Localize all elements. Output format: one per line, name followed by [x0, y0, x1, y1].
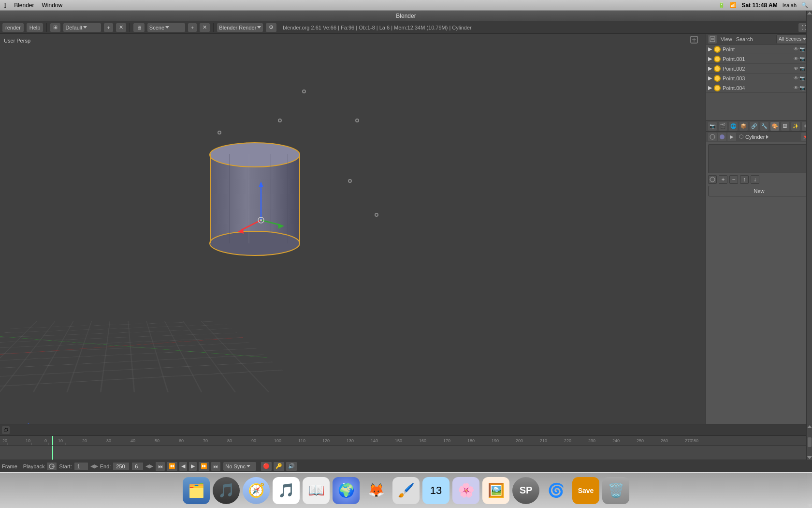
outliner-item-point004[interactable]: ▶ Point.004 👁 📷 ◻ [706, 83, 812, 93]
camera-icon-1[interactable]: 📷 [799, 46, 805, 52]
current-frame-input[interactable]: 6 [131, 462, 144, 471]
layout-dropdown[interactable]: Default [63, 23, 102, 32]
outliner-item-point002[interactable]: ▶ Point.002 👁 📷 ◻ [706, 64, 812, 74]
props-render-icon[interactable]: 📷 [708, 122, 717, 131]
render-engine-dropdown[interactable]: Blender Render [217, 23, 263, 32]
props-material-icon[interactable]: 🎨 [770, 122, 779, 131]
frame-next-btn[interactable]: ▶ [149, 463, 153, 469]
props-sub-icon-2[interactable] [718, 133, 726, 141]
outliner-item-point003[interactable]: ▶ Point.003 👁 📷 ◻ [706, 74, 812, 83]
dock-finder[interactable]: 🗂️ [183, 477, 210, 504]
timeline-scroll-thumb[interactable] [808, 437, 812, 447]
help-menu-btn[interactable]: Help [26, 23, 44, 32]
dock-google-earth[interactable]: 🌍 [333, 477, 360, 504]
dock-sp[interactable]: SP [512, 477, 539, 504]
dock-blender[interactable]: 🌀 [542, 477, 569, 504]
play-reverse-btn[interactable]: ◀ [179, 462, 188, 471]
play-btn[interactable]: ▶ [188, 462, 197, 471]
apple-menu[interactable]:  [4, 1, 6, 9]
props-texture-icon[interactable]: 🖼 [781, 122, 790, 131]
timeline-scrollbar[interactable] [806, 424, 812, 460]
mac-dock: 🗂️ 🎵 🧭 🎵 📖 🌍 🦊 🖌️ 13 🌸 🖼️ [0, 472, 812, 508]
eye-icon-4[interactable]: 👁 [794, 75, 798, 81]
dock-preview[interactable]: 🖼️ [482, 477, 509, 504]
eye-icon-1[interactable]: 👁 [794, 46, 798, 52]
frame-prev-btn[interactable]: ◀ [145, 463, 149, 469]
transform-gizmo[interactable] [237, 177, 295, 235]
layout-icon-btn[interactable]: ⊞ [50, 23, 61, 32]
end-frame-input[interactable]: 250 [113, 462, 130, 471]
props-modifiers-icon[interactable]: 🔧 [760, 122, 769, 131]
step-back-btn[interactable]: ⏪ [166, 462, 178, 471]
playback-cycle-btn[interactable] [46, 462, 57, 471]
camera-icon-5[interactable]: 📷 [799, 85, 805, 90]
dock-firefox[interactable]: 🦊 [362, 477, 390, 504]
outliner-scenes-dropdown[interactable]: All Scenes [776, 34, 810, 44]
start-prev-btn[interactable]: ◀ [90, 463, 94, 469]
audio-btn[interactable]: 🔊 [286, 462, 297, 471]
props-particles-icon[interactable]: ✨ [791, 122, 800, 131]
material-sphere-icon[interactable] [708, 175, 717, 184]
add-marker-btn[interactable]: 🔴 [261, 462, 272, 471]
render-menu-btn[interactable]: render [2, 23, 24, 32]
props-scene-icon[interactable]: 🎬 [719, 122, 727, 131]
search-icon[interactable]: 🔍 [801, 2, 808, 8]
screen-icon-btn[interactable]: 🖥 [133, 23, 145, 32]
start-frame-input[interactable]: 1 [74, 462, 88, 471]
outliner-search-btn[interactable]: Search [736, 36, 753, 42]
props-constraints-icon[interactable]: 🔗 [750, 122, 758, 131]
camera-icon-2[interactable]: 📷 [799, 56, 805, 61]
eye-icon-2[interactable]: 👁 [794, 56, 798, 61]
window-menu[interactable]: Window [42, 2, 63, 9]
outliner: View Search All Scenes ▶ Point [706, 34, 812, 121]
viewport-fullscreen-btn[interactable] [690, 36, 698, 45]
material-up-btn[interactable]: ↑ [740, 175, 749, 184]
blender-menu[interactable]: Blender [14, 2, 34, 9]
props-sub-icon-3[interactable]: ▶ [727, 133, 736, 141]
material-down-btn[interactable]: ↓ [751, 175, 759, 184]
camera-icon-3[interactable]: 📷 [799, 66, 805, 71]
timeline-icon-btn[interactable]: ⏱ [2, 426, 10, 434]
scene-remove-btn[interactable]: ✕ [199, 23, 210, 32]
outliner-item-point001[interactable]: ▶ Point.001 👁 📷 ◻ [706, 54, 812, 64]
timeline-scroll-up[interactable] [807, 425, 812, 428]
render-settings-btn[interactable]: ⚙ [265, 23, 277, 32]
dock-iphoto[interactable]: 🌸 [452, 477, 479, 504]
material-remove-btn[interactable]: − [729, 175, 738, 184]
dock-trash[interactable]: 🗑️ [602, 477, 629, 504]
sync-dropdown[interactable]: No Sync [223, 462, 257, 471]
dock-brush[interactable]: 🖌️ [392, 477, 420, 504]
start-next-btn[interactable]: ▶ [94, 463, 98, 469]
3d-viewport[interactable]: User Persp [0, 34, 706, 460]
outliner-item-point[interactable]: ▶ Point 👁 📷 ◻ [706, 45, 812, 54]
scene-dropdown[interactable]: Scene [147, 23, 186, 32]
outliner-view-btn[interactable]: View [721, 36, 732, 42]
keyframe-btn[interactable]: 🔑 [273, 462, 285, 471]
props-object-icon[interactable]: 📦 [740, 122, 748, 131]
dock-migration[interactable]: 13 [422, 477, 450, 504]
svg-point-25 [210, 143, 300, 167]
dock-launchpad[interactable]: 🎵 [213, 477, 240, 504]
outliner-icon-btn[interactable] [708, 35, 717, 44]
material-new-btn[interactable]: New [708, 186, 810, 196]
timeline-scroll-down[interactable] [807, 456, 812, 459]
dock-dictionary[interactable]: 📖 [303, 477, 330, 504]
dock-save[interactable]: Save [572, 477, 599, 504]
material-add-btn[interactable]: + [719, 175, 727, 184]
dock-itunes[interactable]: 🎵 [273, 477, 300, 504]
dock-safari[interactable]: 🧭 [243, 477, 270, 504]
jump-end-btn[interactable]: ⏭ [211, 462, 221, 471]
eye-icon-5[interactable]: 👁 [794, 85, 798, 90]
sp-icon: SP [520, 485, 533, 496]
scroll-up-arrow[interactable] [807, 12, 812, 15]
props-sub-icon-1[interactable] [708, 133, 717, 141]
layout-remove-btn[interactable]: ✕ [116, 23, 127, 32]
camera-icon-4[interactable]: 📷 [799, 75, 805, 81]
eye-icon-3[interactable]: 👁 [794, 66, 798, 71]
jump-start-btn[interactable]: ⏮ [155, 462, 165, 471]
timeline-track[interactable] [0, 446, 806, 460]
scene-add-btn[interactable]: + [188, 23, 197, 32]
props-world-icon[interactable]: 🌐 [729, 122, 738, 131]
step-fwd-btn[interactable]: ⏩ [198, 462, 210, 471]
layout-add-btn[interactable]: + [103, 23, 113, 32]
